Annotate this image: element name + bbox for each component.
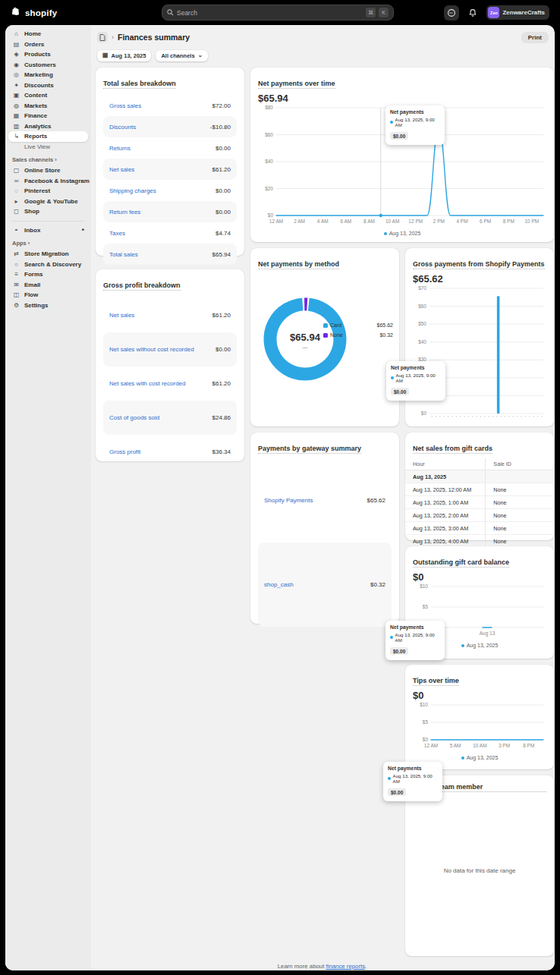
legend-item[interactable]: Card$65.62: [323, 322, 393, 328]
content-icon: ▣: [12, 92, 20, 99]
sidebar-item-content[interactable]: ▣Content: [8, 90, 88, 101]
shopify-logo[interactable]: shopify: [11, 7, 57, 18]
facebook-instagram-icon: ∞: [12, 178, 20, 184]
table-row[interactable]: Aug 13, 2025, 3:00 AMNone: [405, 522, 554, 535]
search-input[interactable]: Search ⌘ K: [162, 5, 394, 20]
metric-link[interactable]: Returns: [109, 145, 131, 152]
metric-link[interactable]: Net sales: [109, 166, 134, 173]
metric-link[interactable]: Shipping charges: [109, 187, 156, 194]
sidebar-item-store-migration[interactable]: ⇄Store Migration: [8, 249, 88, 259]
metric-link[interactable]: Net sales without cost recorded: [109, 346, 194, 353]
chevron-right-icon: ›: [28, 240, 30, 247]
svg-text:12 AM: 12 AM: [269, 219, 283, 224]
sidebar-item-settings[interactable]: ⚙Settings: [8, 300, 88, 311]
metric-link[interactable]: Net sales with cost recorded: [109, 380, 186, 387]
store-migration-icon: ⇄: [12, 250, 20, 257]
gift-cards-card: Net sales from gift cards Hour Sale ID A…: [405, 432, 554, 540]
footer: Learn more about finance reports.: [96, 956, 549, 970]
chevron-right-icon: ›: [55, 156, 57, 163]
online-store-icon: ▢: [12, 167, 20, 174]
metric-row: Discounts-$10.80: [103, 116, 237, 137]
metric-row: Shipping charges$0.00: [103, 180, 237, 201]
metric-link[interactable]: Net sales: [109, 312, 134, 319]
sidebar-item-analytics[interactable]: ▥Analytics: [8, 121, 88, 132]
legend-item[interactable]: None$0.32: [323, 332, 393, 338]
sidebar-item-shop[interactable]: ◻Shop: [8, 206, 88, 217]
card-title: Gross payments from Shopify Payments: [413, 260, 545, 269]
table-row[interactable]: Aug 13, 2025, 2:00 AMNone: [405, 509, 554, 522]
sidebar-item-finance[interactable]: ▦Finance: [8, 111, 88, 121]
metric-value: $0.00: [216, 209, 231, 215]
sidebar-divider: [11, 221, 85, 222]
sidebar-item-inbox[interactable]: ◓ Inbox •: [8, 225, 88, 236]
table-row[interactable]: Aug 13, 2025, 4:00 AMNone: [405, 535, 554, 548]
sidebar-item-label: Shop: [24, 208, 39, 215]
metric-link[interactable]: Discounts: [109, 124, 136, 131]
table-row[interactable]: Aug 13, 2025, 1:00 AMNone: [405, 496, 554, 509]
sidebar-item-flow[interactable]: ◫Flow: [8, 290, 88, 300]
print-button[interactable]: Print: [521, 32, 549, 43]
column-header-hour[interactable]: Hour: [405, 458, 486, 470]
sidebar-item-label: Products: [24, 51, 51, 58]
sidebar-main-nav: ⌂Home▤Orders◈Products◉Customers◎Marketin…: [5, 29, 91, 152]
metric-row: Total sales$65.94: [103, 244, 237, 265]
metric-value: $36.34: [212, 448, 231, 455]
settings-icon: ⚙: [12, 302, 20, 309]
sidebar-item-products[interactable]: ◈Products: [8, 49, 88, 60]
metric-link[interactable]: shop_cash: [264, 581, 294, 588]
tooltip-value: $0.00: [390, 647, 408, 655]
sidebar-item-label: Markets: [24, 102, 47, 109]
sidebar-item-reports[interactable]: ↳Reports: [8, 131, 88, 142]
metric-link[interactable]: Gross sales: [109, 102, 141, 109]
tips-line-chart[interactable]: $10$5$012 AM5 AM10 AM3 PM8 PM: [413, 701, 546, 750]
metric-link[interactable]: Return fees: [109, 209, 140, 215]
column-header-sale-id[interactable]: Sale ID: [486, 458, 554, 470]
metric-link[interactable]: Gross profit: [109, 448, 140, 455]
metric-link[interactable]: Taxes: [109, 230, 125, 237]
sidebar-item-pinterest[interactable]: ◌Pinterest: [8, 186, 88, 197]
date-range-button[interactable]: ▦ Aug 13, 2025: [97, 50, 151, 61]
sidebar-item-orders[interactable]: ▤Orders: [8, 39, 88, 50]
logo-text: shopify: [25, 8, 57, 17]
svg-text:—: —: [303, 344, 308, 350]
account-menu[interactable]: Zen ZenwareCrafts: [486, 5, 549, 20]
metric-row: shop_cash$0.32: [258, 543, 392, 627]
sidebar-item-facebook-instagram[interactable]: ∞Facebook & Instagram: [8, 176, 88, 187]
card-title: Net payments over time: [258, 80, 335, 89]
table-row[interactable]: Aug 13, 2025, 12:00 AMNone: [405, 483, 554, 496]
finance-reports-link[interactable]: finance reports: [326, 963, 365, 970]
sidebar-item-google-youtube[interactable]: ▸Google & YouTube: [8, 197, 88, 207]
reports-icon: ↳: [12, 133, 20, 140]
metric-link[interactable]: Shopify Payments: [264, 497, 313, 504]
markets-icon: ◍: [12, 102, 20, 109]
sidebar-item-label: Inbox: [24, 227, 40, 234]
chat-button[interactable]: [444, 5, 459, 20]
svg-text:$0: $0: [423, 737, 429, 742]
card-title: Outstanding gift card balance: [413, 558, 509, 568]
sidebar-item-label: Flow: [24, 291, 38, 298]
metric-link[interactable]: Total sales: [109, 251, 138, 258]
channel-filter-button[interactable]: All channels ⌄: [156, 50, 208, 61]
sales-channels-header[interactable]: Sales channels ›: [5, 152, 91, 165]
sidebar-item-home[interactable]: ⌂Home: [8, 29, 88, 39]
apps-header[interactable]: Apps ›: [5, 235, 91, 249]
legend-swatch-icon: [323, 323, 328, 328]
sidebar-item-email[interactable]: ✉Email: [8, 280, 88, 291]
sidebar-item-discounts[interactable]: ✦Discounts: [8, 80, 88, 91]
svg-text:$60: $60: [265, 132, 273, 137]
sidebar-item-search-discovery[interactable]: ○Search & Discovery: [8, 259, 88, 270]
metric-value: $61.20: [212, 312, 231, 319]
sidebar-item-label: Marketing: [24, 71, 53, 78]
notifications-button[interactable]: [465, 5, 480, 20]
metric-row: Gross sales$72.00: [103, 95, 237, 116]
sidebar-item-forms[interactable]: ≡Forms: [8, 269, 88, 280]
tooltip-value: $0.00: [391, 388, 409, 395]
metric-link[interactable]: Cost of goods sold: [109, 414, 159, 421]
tooltip-value: $0.00: [390, 132, 408, 140]
card-title: Gross profit breakdown: [103, 281, 181, 291]
sidebar-item-markets[interactable]: ◍Markets: [8, 101, 88, 112]
sidebar-item-customers[interactable]: ◉Customers: [8, 60, 88, 71]
sidebar-item-live-view[interactable]: Live View: [8, 142, 88, 153]
sidebar-item-online-store[interactable]: ▢Online Store: [8, 165, 88, 176]
sidebar-item-marketing[interactable]: ◎Marketing: [8, 70, 88, 80]
